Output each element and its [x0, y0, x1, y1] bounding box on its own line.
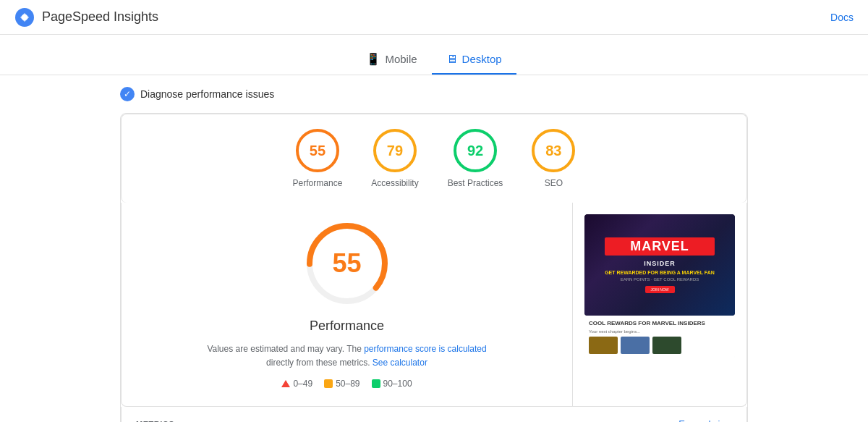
thumb-3 — [652, 337, 681, 354]
app-container: PageSpeed Insights Docs 📱 Mobile 🖥 Deskt… — [0, 0, 868, 422]
screenshot-container: MARVEL INSIDER GET REWARDED FOR BEING A … — [584, 214, 735, 358]
performance-title: Performance — [143, 318, 550, 334]
header: PageSpeed Insights Docs — [0, 0, 868, 35]
score-label-accessibility: Accessibility — [371, 178, 418, 188]
big-score-circle: 55 — [304, 220, 391, 307]
score-label-seo: SEO — [545, 178, 563, 188]
performance-panel: 55 Performance Values are estimated and … — [121, 203, 747, 407]
performance-description: Values are estimated and may vary. The p… — [143, 342, 550, 370]
thumb-2 — [621, 337, 650, 354]
marvel-logo: MARVEL — [605, 237, 715, 256]
perf-desc-text: Values are estimated and may vary. The — [207, 344, 361, 354]
score-ring-svg — [304, 220, 391, 307]
diagnose-header: ✓ Diagnose performance issues — [120, 87, 748, 101]
legend-average-icon — [324, 379, 333, 388]
perf-desc-text2: directly from these metrics. — [266, 358, 370, 368]
score-circle-performance: 55 — [296, 129, 339, 172]
legend-pass: 90–100 — [372, 379, 412, 389]
score-card-accessibility[interactable]: 79 Accessibility — [371, 129, 418, 188]
pagespeed-logo — [14, 7, 35, 28]
score-cards-inner: 55 Performance 79 Accessibility 92 — [136, 129, 732, 188]
legend-pass-label: 90–100 — [383, 379, 412, 389]
score-cards: 55 Performance 79 Accessibility 92 — [121, 114, 747, 203]
screenshot-bottom-sub: Your next chapter begins... — [589, 329, 731, 334]
score-value-seo: 83 — [545, 143, 561, 159]
performance-left: 55 Performance Values are estimated and … — [122, 203, 573, 406]
score-value-best-practices: 92 — [467, 143, 483, 159]
diagnose-icon: ✓ — [120, 87, 135, 101]
tab-desktop[interactable]: 🖥 Desktop — [432, 45, 516, 75]
screenshot-mock: MARVEL INSIDER GET REWARDED FOR BEING A … — [584, 214, 735, 316]
legend-average-label: 50–89 — [336, 379, 359, 389]
app-title: PageSpeed Insights — [42, 9, 158, 25]
big-score-container: 55 — [143, 220, 550, 307]
perf-calc-link[interactable]: See calculator — [373, 358, 427, 368]
screenshot-thumbs — [589, 337, 731, 354]
screenshot-bottom-title: COOL REWARDS FOR MARVEL INSIDERS — [589, 320, 731, 326]
screenshot-bottom: COOL REWARDS FOR MARVEL INSIDERS Your ne… — [584, 316, 735, 358]
screenshot-content: MARVEL INSIDER GET REWARDED FOR BEING A … — [605, 237, 715, 293]
marvel-cta: JOIN NOW — [645, 286, 675, 293]
score-card-best-practices[interactable]: 92 Best Practices — [448, 129, 503, 188]
panel-wrapper: 55 Performance 79 Accessibility 92 — [120, 113, 748, 422]
tabs-container: 📱 Mobile 🖥 Desktop — [0, 35, 868, 75]
legend-fail: 0–49 — [281, 379, 312, 389]
legend-fail-icon — [281, 380, 290, 387]
score-circle-seo: 83 — [532, 129, 575, 172]
mobile-icon: 📱 — [366, 52, 380, 66]
svg-point-1 — [22, 14, 27, 20]
score-circle-accessibility: 79 — [373, 129, 417, 172]
diagnose-label: Diagnose performance issues — [140, 88, 274, 100]
thumb-1 — [589, 337, 618, 354]
logo-area: PageSpeed Insights — [14, 7, 158, 28]
score-label-best-practices: Best Practices — [448, 178, 503, 188]
marvel-tagline: GET REWARDED FOR BEING A MARVEL FAN — [605, 270, 715, 275]
score-label-performance: Performance — [293, 178, 343, 188]
legend-average: 50–89 — [324, 379, 359, 389]
tab-mobile-label: Mobile — [385, 53, 417, 65]
perf-score-link[interactable]: performance score is calculated — [364, 344, 486, 354]
legend-fail-label: 0–49 — [293, 379, 312, 389]
score-value-performance: 55 — [310, 143, 326, 159]
marvel-insider-text: INSIDER — [605, 260, 715, 267]
metrics-section: METRICS Expand view First Contentful Pai… — [121, 407, 747, 422]
score-card-performance[interactable]: 55 Performance — [293, 129, 343, 188]
expand-view-button[interactable]: Expand view — [678, 418, 732, 422]
main-content: ✓ Diagnose performance issues 55 Perform… — [109, 75, 760, 422]
performance-right: MARVEL INSIDER GET REWARDED FOR BEING A … — [573, 203, 746, 406]
marvel-subtitle: EARN POINTS · GET COOL REWARDS — [605, 277, 715, 282]
legend-pass-icon — [372, 379, 380, 388]
score-circle-best-practices: 92 — [454, 129, 497, 172]
legend: 0–49 50–89 90–100 — [143, 379, 550, 389]
tab-desktop-label: Desktop — [462, 53, 502, 65]
metrics-header: METRICS Expand view — [136, 418, 732, 422]
desktop-icon: 🖥 — [446, 53, 458, 66]
docs-link[interactable]: Docs — [830, 12, 854, 23]
tab-mobile[interactable]: 📱 Mobile — [352, 45, 431, 75]
score-value-accessibility: 79 — [387, 143, 403, 159]
score-card-seo[interactable]: 83 SEO — [532, 129, 575, 188]
